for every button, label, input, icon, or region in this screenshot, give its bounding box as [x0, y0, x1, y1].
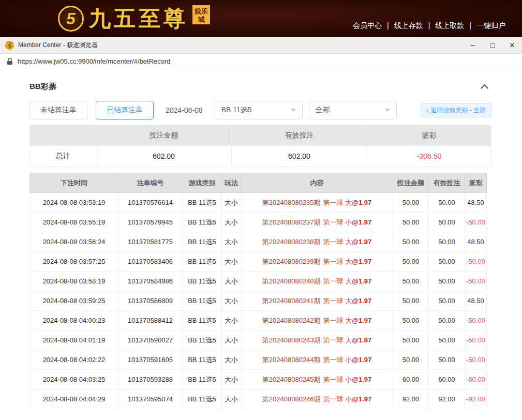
- cell-bet-time: 2024-08-08 04:00:23: [30, 311, 118, 331]
- content-odds: @1.97: [352, 199, 371, 206]
- content-period: 第202408080237期: [262, 218, 321, 226]
- content-period: 第202408080246期: [262, 395, 321, 403]
- cell-bet-time: 2024-08-08 04:03:25: [30, 370, 118, 389]
- content-pick: 第一球 大: [323, 336, 352, 344]
- summary-payout: -306.50: [367, 146, 491, 167]
- content-pick: 第一球 大: [323, 277, 352, 285]
- cell-payout: 48.50: [465, 291, 487, 311]
- cell-play-type: 大小: [222, 272, 241, 291]
- content-pick: 第一球 小: [323, 395, 352, 403]
- nav-withdraw[interactable]: 线上取款: [423, 21, 465, 31]
- cell-play-type: 大小: [222, 193, 241, 213]
- chevron-up-icon[interactable]: [481, 84, 489, 93]
- cell-bet-time: 2024-08-08 04:01:19: [30, 331, 118, 350]
- cell-bet-time: 2024-08-08 03:53:19: [30, 193, 118, 213]
- unsettled-bets-button[interactable]: 未结算注单: [29, 101, 87, 119]
- cell-game-category: BB 11选5: [183, 272, 222, 291]
- address-bar[interactable]: https://www.jw05.cc:9900/infe/mcenter/#/…: [0, 54, 522, 69]
- cell-valid-bet: 92.00: [429, 389, 465, 409]
- banner-nav: 会员中心 线上存款 线上取款 一键归户: [353, 21, 505, 37]
- cell-payout: 48.50: [465, 193, 487, 213]
- cell-valid-bet: 50.00: [429, 311, 465, 331]
- content-period: 第202408080240期: [262, 277, 321, 285]
- summary-valid-bet: 602.00: [232, 146, 367, 167]
- nav-one-key-transfer[interactable]: 一键归户: [464, 21, 505, 31]
- cell-payout: -50.00: [465, 272, 487, 291]
- table-row: 2024-08-08 04:04:29 101370595074 BB 11选5…: [30, 389, 487, 409]
- cell-bet-amount: 50.00: [393, 213, 429, 232]
- cell-game-category: BB 11选5: [183, 252, 222, 272]
- content-pick: 第一球 大: [323, 258, 352, 265]
- url-text[interactable]: https://www.jw05.cc:9900/infe/mcenter/#/…: [18, 57, 171, 65]
- cell-bet-time: 2024-08-08 03:58:19: [30, 272, 118, 291]
- content-pick: 第一球 小: [323, 376, 352, 383]
- logo-circle-icon: 5: [58, 6, 84, 32]
- cell-content: 第202408080235期第一球 大@1.97: [241, 193, 393, 213]
- date-picker[interactable]: 2024-08-08: [166, 106, 203, 114]
- table-row: 2024-08-08 03:56:24 101370581775 BB 11选5…: [30, 232, 487, 252]
- header-order-number: 注单编号: [118, 173, 183, 193]
- cell-bet-amount: 50.00: [393, 291, 429, 311]
- cell-game-category: BB 11选5: [183, 193, 222, 213]
- minimize-button[interactable]: ─: [463, 37, 483, 53]
- cell-game-category: BB 11选5: [183, 350, 222, 370]
- chevron-down-icon: [385, 109, 390, 112]
- cell-play-type: 大小: [222, 252, 241, 272]
- cell-order-number: 101370591605: [118, 350, 183, 370]
- header-valid-bet: 有效投注: [429, 173, 465, 193]
- type-select-value: 全部: [316, 106, 330, 115]
- content-pick: 第一球 大: [323, 297, 352, 305]
- summary-total-label: 总计: [30, 146, 96, 167]
- cell-payout: -60.00: [465, 370, 487, 389]
- cell-bet-amount: 92.00: [393, 389, 429, 409]
- back-button-label: 返回游戏类别 - 全部: [430, 106, 486, 115]
- settled-bets-button[interactable]: 已结算注单: [96, 101, 154, 119]
- cell-content: 第202408080245期第一球 小@1.97: [241, 370, 393, 389]
- cell-bet-time: 2024-08-08 04:02:22: [30, 350, 118, 370]
- cell-order-number: 101370581775: [118, 232, 183, 252]
- content-odds: @1.97: [352, 218, 371, 226]
- table-row: 2024-08-08 03:53:19 101370576614 BB 11选5…: [30, 193, 487, 213]
- summary-header-bet-amount: 投注金额: [96, 125, 232, 146]
- cell-valid-bet: 50.00: [429, 213, 465, 232]
- cell-valid-bet: 50.00: [429, 252, 465, 272]
- table-row: 2024-08-08 04:00:23 101370588412 BB 11选5…: [30, 311, 487, 331]
- back-to-game-category-button[interactable]: ‹ 返回游戏类别 - 全部: [421, 103, 491, 117]
- cell-bet-time: 2024-08-08 03:59:25: [30, 291, 118, 311]
- cell-content: 第202408080244期第一球 小@1.97: [241, 350, 393, 370]
- cell-valid-bet: 50.00: [429, 272, 465, 291]
- cell-bet-amount: 50.00: [393, 311, 429, 331]
- game-select[interactable]: BB 11选5: [215, 101, 303, 119]
- cell-play-type: 大小: [222, 291, 241, 311]
- content-odds: @1.97: [352, 238, 371, 246]
- header-content: 内容: [241, 173, 393, 193]
- content-odds: @1.97: [352, 395, 371, 403]
- cell-payout: -50.00: [465, 350, 487, 370]
- cell-order-number: 101370586809: [118, 291, 183, 311]
- cell-bet-amount: 50.00: [393, 193, 429, 213]
- content-period: 第202408080238期: [262, 238, 321, 246]
- content-pick: 第一球 大: [323, 317, 352, 324]
- cell-valid-bet: 50.00: [429, 232, 465, 252]
- close-button[interactable]: ✕: [502, 37, 522, 53]
- nav-deposit[interactable]: 线上存款: [382, 21, 423, 31]
- panel-header: BB彩票: [29, 82, 491, 92]
- cell-play-type: 大小: [222, 350, 241, 370]
- type-select[interactable]: 全部: [309, 101, 397, 119]
- cell-bet-amount: 50.00: [393, 272, 429, 291]
- bet-record-table: 下注时间 注单编号 游戏类别 玩法 内容 投注金额 有效投注 派彩 2024-0…: [29, 173, 487, 409]
- filter-row: 未结算注单 已结算注单 2024-08-08 BB 11选5 全部 ‹ 返回游戏…: [29, 101, 491, 119]
- cell-content: 第202408080242期第一球 大@1.97: [241, 311, 393, 331]
- summary-header-valid-bet: 有效投注: [232, 125, 367, 146]
- summary-header-payout: 派彩: [367, 125, 491, 146]
- cell-payout: -50.00: [465, 213, 487, 232]
- cell-valid-bet: 50.00: [429, 331, 465, 350]
- content-odds: @1.97: [352, 277, 371, 285]
- table-row: 2024-08-08 03:57:25 101370583406 BB 11选5…: [30, 252, 487, 272]
- nav-member-center[interactable]: 会员中心: [353, 21, 382, 31]
- brand-banner: 5 九五至尊 娱乐 城 会员中心 线上存款 线上取款 一键归户: [0, 0, 522, 37]
- logo-badge: 娱乐 城: [192, 5, 210, 24]
- cell-play-type: 大小: [222, 389, 241, 409]
- table-row: 2024-08-08 04:01:19 101370590027 BB 11选5…: [30, 331, 487, 350]
- maximize-button[interactable]: □: [483, 37, 502, 53]
